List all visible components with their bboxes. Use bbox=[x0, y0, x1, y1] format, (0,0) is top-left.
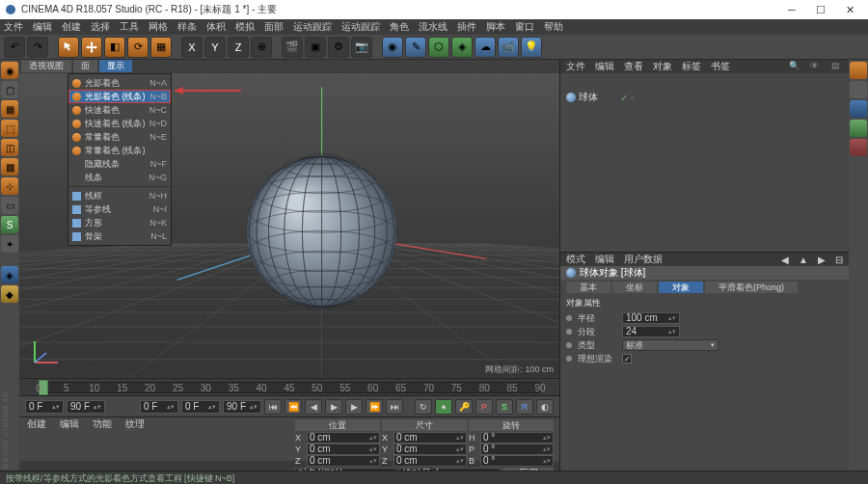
attr-tab-mode[interactable]: 模式 bbox=[566, 253, 585, 266]
attr-subtab-object[interactable]: 对象 bbox=[659, 282, 703, 293]
dd-isoparms[interactable]: 等参线N~I bbox=[68, 202, 171, 216]
z-axis-button[interactable]: Z bbox=[228, 37, 249, 58]
attr-next-icon[interactable]: ▶ bbox=[818, 255, 826, 265]
texture-mode-icon[interactable]: ▦ bbox=[1, 100, 18, 118]
goto-start-button[interactable]: ⏮ bbox=[264, 399, 282, 415]
point-mode-icon[interactable]: ⬚ bbox=[1, 120, 18, 137]
dd-quick[interactable]: 快速着色N~C bbox=[68, 103, 171, 117]
viewport-tab-perspective[interactable]: 透视视图 bbox=[21, 60, 71, 72]
polygon-mode-icon[interactable]: ▩ bbox=[1, 158, 18, 175]
world-axis-button[interactable]: ⊕ bbox=[251, 37, 272, 58]
x-axis-button[interactable]: X bbox=[181, 37, 203, 58]
timeline[interactable]: 051015202530354045505560657075808590 bbox=[19, 378, 559, 395]
close-button[interactable]: ✕ bbox=[835, 0, 864, 19]
mat-tab-func[interactable]: 功能 bbox=[93, 417, 112, 431]
menu-script[interactable]: 脚本 bbox=[486, 20, 505, 34]
minimize-button[interactable]: ─ bbox=[777, 0, 806, 19]
viewport-tab-face[interactable]: 面 bbox=[73, 60, 97, 72]
dd-hidden-line[interactable]: 隐藏线条N~F bbox=[68, 157, 171, 171]
dd-constant-lines[interactable]: 常量着色 (线条) bbox=[68, 144, 171, 157]
menu-character[interactable]: 面部 bbox=[264, 20, 284, 34]
camera-button[interactable]: 📹 bbox=[498, 37, 519, 58]
menu-pipeline[interactable]: 流水线 bbox=[419, 20, 448, 34]
viewport-layer-icon[interactable]: ◆ bbox=[1, 285, 18, 303]
dd-box[interactable]: 方形N~K bbox=[68, 216, 171, 229]
next-frame-button[interactable]: ⏩ bbox=[366, 399, 383, 415]
snap-icon[interactable]: S bbox=[1, 216, 18, 233]
generator-button[interactable]: ⬡ bbox=[428, 37, 449, 58]
mat-tab-tex[interactable]: 纹理 bbox=[125, 417, 145, 431]
environment-button[interactable]: ☁ bbox=[475, 37, 496, 58]
autokey-button[interactable]: 🔑 bbox=[455, 399, 473, 415]
rotate-tool[interactable]: ⟳ bbox=[127, 37, 149, 58]
record-button[interactable]: ● bbox=[435, 399, 452, 415]
model-mode-icon[interactable]: ◉ bbox=[1, 62, 18, 79]
step-back-button[interactable]: ⏪ bbox=[285, 399, 302, 415]
maximize-button[interactable]: ☐ bbox=[806, 0, 835, 19]
menu-tools[interactable]: 工具 bbox=[120, 20, 139, 34]
play-back-button[interactable]: ▶ bbox=[325, 399, 342, 415]
om-tab-tags[interactable]: 标签 bbox=[682, 60, 701, 73]
panel-icon-3[interactable] bbox=[850, 120, 867, 137]
render-settings-button[interactable]: ⚙ bbox=[328, 37, 349, 58]
y-axis-button[interactable]: Y bbox=[204, 37, 226, 58]
light-button[interactable]: 💡 bbox=[521, 37, 542, 58]
edge-mode-icon[interactable]: ◫ bbox=[1, 139, 18, 156]
dd-gouraud-lines[interactable]: 光影着色 (线条)N~B bbox=[68, 90, 171, 103]
viewport[interactable]: 透视视图 面 显示 光影着色N~A 光影着色 (线条)N~B 快速着色N~C 快… bbox=[19, 60, 559, 378]
menu-mesh[interactable]: 网格 bbox=[149, 20, 168, 34]
perfect-render-checkbox[interactable]: ✓ bbox=[622, 354, 632, 363]
om-tab-bookmarks[interactable]: 书签 bbox=[711, 60, 730, 73]
frame-cur-field[interactable]: 0 F▴▾ bbox=[140, 400, 178, 414]
attr-tab-edit[interactable]: 编辑 bbox=[595, 253, 614, 266]
menu-char2[interactable]: 角色 bbox=[390, 20, 409, 34]
workplane-icon[interactable]: ▭ bbox=[1, 197, 18, 214]
dd-wireframe[interactable]: 线框N~H bbox=[68, 189, 171, 202]
menu-help[interactable]: 帮助 bbox=[544, 20, 563, 34]
menu-motion2[interactable]: 运动跟踪 bbox=[341, 20, 380, 34]
attr-menu-icon[interactable]: ⊟ bbox=[835, 255, 843, 265]
prev-frame-button[interactable]: ◀ bbox=[305, 399, 322, 415]
key-p-button[interactable]: P bbox=[475, 399, 493, 415]
object-tree-item[interactable]: 球体 ✓ ▫ bbox=[566, 91, 635, 104]
frame-end-field[interactable]: 90 F▴▾ bbox=[67, 400, 105, 414]
play-fwd-button[interactable]: ▶ bbox=[345, 399, 363, 415]
menu-create[interactable]: 创建 bbox=[62, 20, 81, 34]
render-view-button[interactable]: 🎬 bbox=[282, 37, 303, 58]
menu-volume[interactable]: 体积 bbox=[206, 20, 226, 34]
menu-file[interactable]: 文件 bbox=[4, 20, 23, 34]
mat-tab-create[interactable]: 创建 bbox=[27, 417, 46, 431]
om-tab-file[interactable]: 文件 bbox=[566, 60, 585, 73]
menu-edit[interactable]: 编辑 bbox=[33, 20, 52, 34]
menu-window[interactable]: 窗口 bbox=[515, 20, 534, 34]
goto-end-button[interactable]: ⏭ bbox=[386, 399, 403, 415]
tweak-icon[interactable]: ✦ bbox=[1, 235, 18, 253]
viewport-solo-icon[interactable]: ◈ bbox=[1, 266, 18, 283]
segments-input[interactable]: 24▴▾ bbox=[622, 326, 680, 337]
lasttool-button[interactable]: ▦ bbox=[150, 37, 172, 58]
attr-subtab-coord[interactable]: 坐标 bbox=[612, 282, 657, 293]
om-eye-icon[interactable]: 👁 bbox=[810, 61, 822, 72]
dd-constant[interactable]: 常量着色N~E bbox=[68, 130, 171, 144]
attr-up-icon[interactable]: ▲ bbox=[799, 255, 808, 265]
object-mode-icon[interactable]: ▢ bbox=[1, 81, 18, 98]
om-tab-edit[interactable]: 编辑 bbox=[595, 60, 614, 73]
menu-select[interactable]: 选择 bbox=[91, 20, 110, 34]
object-manager[interactable]: 球体 ✓ ▫ bbox=[560, 73, 849, 253]
dd-lines[interactable]: 线条N~G bbox=[68, 171, 171, 184]
key-s-button[interactable]: S bbox=[496, 399, 513, 415]
redo-button[interactable]: ↷ bbox=[27, 37, 48, 58]
om-search-icon[interactable]: 🔍 bbox=[789, 61, 800, 72]
move-tool[interactable] bbox=[81, 37, 102, 58]
dd-quick-lines[interactable]: 快速着色 (线条)N~D bbox=[68, 117, 171, 130]
key-r-button[interactable]: R bbox=[516, 399, 533, 415]
primitive-cube-button[interactable]: ◉ bbox=[382, 37, 403, 58]
menu-plugins[interactable]: 插件 bbox=[457, 20, 476, 34]
viewport-tab-display[interactable]: 显示 bbox=[99, 60, 132, 72]
panel-icon-2[interactable] bbox=[850, 100, 867, 118]
axis-mode-icon[interactable]: ⊹ bbox=[1, 177, 18, 195]
render-pv-button[interactable]: 📷 bbox=[351, 37, 372, 58]
frame-preview-end[interactable]: 90 F▴▾ bbox=[223, 400, 261, 414]
dd-skeleton[interactable]: 骨架N~L bbox=[68, 229, 171, 243]
spline-pen-button[interactable]: ✎ bbox=[405, 37, 426, 58]
